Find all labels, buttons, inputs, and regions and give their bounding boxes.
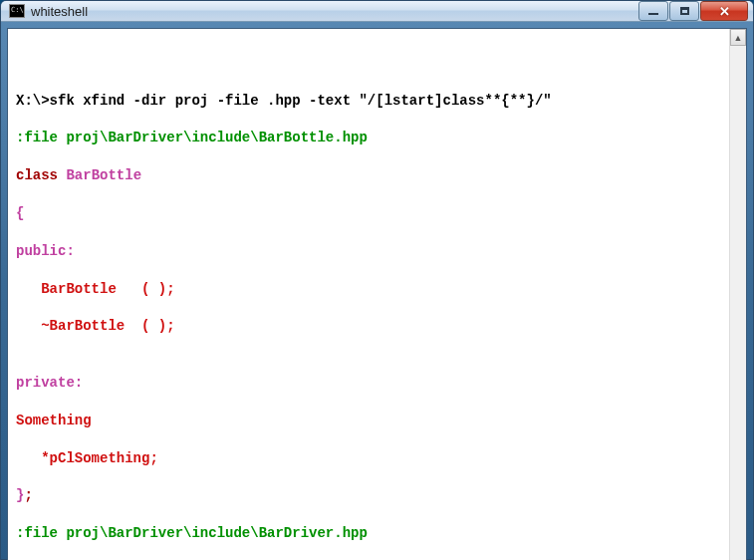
maximize-icon [680,7,689,15]
chevron-up-icon: ▲ [734,33,743,43]
titlebar[interactable]: whiteshell ✕ [1,1,753,22]
output-line: BarBottle ( ); [16,280,721,299]
app-window: whiteshell ✕ X:\>sfk xfind -dir proj -fi… [0,0,754,560]
minimize-button[interactable] [638,1,668,21]
command-text: sfk xfind -dir proj -file .hpp -text "/[… [50,93,552,109]
minimize-icon [648,13,658,15]
scroll-track[interactable] [730,46,746,560]
cmd-icon [9,4,25,18]
prompt: X:\> [16,93,50,109]
keyword-class: class [16,167,66,183]
close-button[interactable]: ✕ [700,1,748,21]
output-line: class BarBottle [16,166,721,185]
terminal-output[interactable]: X:\>sfk xfind -dir proj -file .hpp -text… [8,29,729,560]
file-header-1: :file proj\BarDriver\include\BarBottle.h… [16,129,721,147]
class-name: BarBottle [66,167,141,183]
output-line: ~BarBottle ( ); [16,317,721,336]
output-line: }; [16,486,721,505]
command-line: X:\>sfk xfind -dir proj -file .hpp -text… [16,92,721,111]
output-line: Something [16,412,721,430]
output-line: *pClSomething; [16,449,721,468]
scroll-up-button[interactable]: ▲ [730,29,746,46]
semicolon: ; [24,487,32,503]
close-icon: ✕ [719,4,730,19]
output-line: private: [16,374,721,393]
file-header-2: :file proj\BarDriver\include\BarDriver.h… [16,524,721,543]
window-title: whiteshell [31,4,638,19]
output-line: public: [16,242,721,261]
output-line: { [16,204,721,223]
blank-line [16,54,721,73]
window-controls: ✕ [638,1,748,21]
maximize-button[interactable] [669,1,699,21]
window-body: X:\>sfk xfind -dir proj -file .hpp -text… [7,28,747,560]
scrollbar[interactable]: ▲ ▼ [729,29,746,560]
